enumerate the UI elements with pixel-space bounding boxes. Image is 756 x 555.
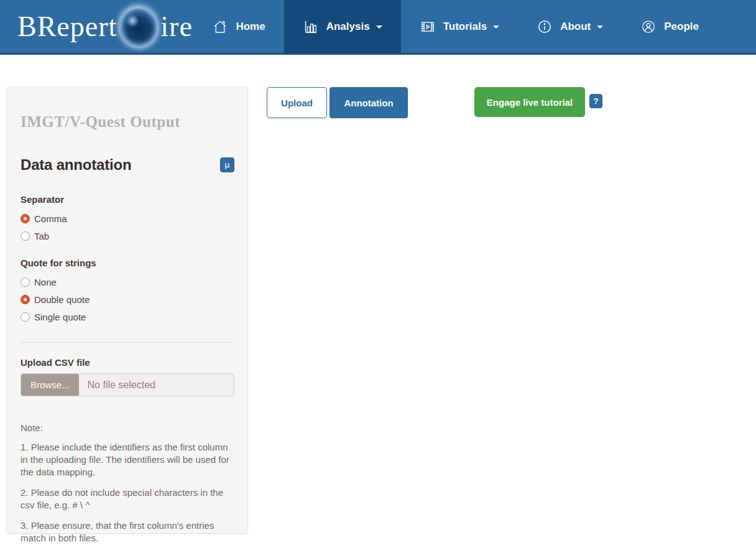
browse-button[interactable]: Browse... (21, 374, 79, 396)
chevron-down-icon (493, 26, 499, 29)
info-icon (537, 19, 553, 35)
radio-button-icon[interactable] (21, 278, 30, 287)
note-item-3: 3. Please ensure, that the first column'… (21, 520, 234, 544)
brand-logo[interactable]: BRepert ire (0, 0, 193, 53)
mu-icon: µ (224, 160, 229, 169)
radio-label: Single quote (34, 312, 86, 322)
radio-separator-comma[interactable]: Comma (21, 210, 234, 228)
nav-menu: Home Analysis (193, 0, 717, 53)
radio-label: Tab (34, 231, 49, 241)
nav-item-label: About (560, 21, 591, 33)
nav-item-label: Analysis (326, 21, 370, 33)
radio-button-icon[interactable] (21, 231, 30, 241)
chevron-down-icon (376, 26, 382, 29)
radio-button-icon[interactable] (21, 312, 30, 322)
home-icon (212, 19, 228, 35)
radio-label: None (34, 277, 57, 287)
radio-quote-single[interactable]: Single quote (21, 309, 234, 326)
file-status-text: No file selected (79, 374, 155, 396)
upload-csv-label: Upload CSV file (21, 357, 234, 368)
separator-label: Separator (21, 194, 234, 205)
quote-label: Quote for strings (21, 258, 234, 268)
radio-separator-tab[interactable]: Tab (21, 228, 234, 245)
film-icon (420, 19, 436, 35)
radio-button-icon[interactable] (21, 214, 30, 223)
note-item-1: 1. Please include the identifiers as the… (21, 441, 234, 478)
radio-label: Double quote (34, 294, 90, 305)
radio-button-icon[interactable] (21, 295, 30, 304)
csv-file-input[interactable]: Browse... No file selected (21, 373, 234, 396)
tab-annotation[interactable]: Annotation (330, 87, 408, 118)
note-item-2: 2. Please do not include special charact… (21, 487, 234, 511)
virus-logo-icon (116, 2, 162, 50)
panel-title: IMGT/V-Quest Output (21, 113, 234, 131)
radio-quote-double[interactable]: Double quote (21, 291, 234, 309)
mu-badge-button[interactable]: µ (220, 157, 234, 172)
brand-text-prefix: BRepert (17, 10, 117, 43)
radio-quote-none[interactable]: None (21, 274, 234, 291)
nav-item-home[interactable]: Home (193, 0, 284, 53)
help-button[interactable]: ? (589, 94, 602, 108)
nav-item-people[interactable]: People (622, 0, 717, 53)
chevron-down-icon (597, 26, 603, 29)
nav-item-tutorials[interactable]: Tutorials (401, 0, 519, 53)
imgt-output-panel: IMGT/V-Quest Output Data annotation µ Se… (6, 86, 248, 534)
brand-text-suffix: ire (160, 10, 193, 43)
top-navbar: BRepert ire Home (0, 0, 756, 55)
bar-chart-icon (303, 19, 319, 35)
nav-item-label: Home (236, 21, 265, 33)
person-icon (640, 19, 657, 35)
nav-item-label: People (664, 21, 699, 33)
nav-item-analysis[interactable]: Analysis (284, 0, 401, 53)
section-title-data-annotation: Data annotation (21, 156, 131, 174)
note-title: Note: (21, 422, 234, 433)
engage-live-tutorial-button[interactable]: Engage live tutorial (474, 87, 585, 117)
nav-item-label: Tutorials (443, 21, 487, 33)
divider (21, 342, 234, 343)
tab-upload[interactable]: Upload (267, 87, 327, 118)
radio-label: Comma (34, 213, 67, 224)
nav-item-about[interactable]: About (518, 0, 622, 53)
